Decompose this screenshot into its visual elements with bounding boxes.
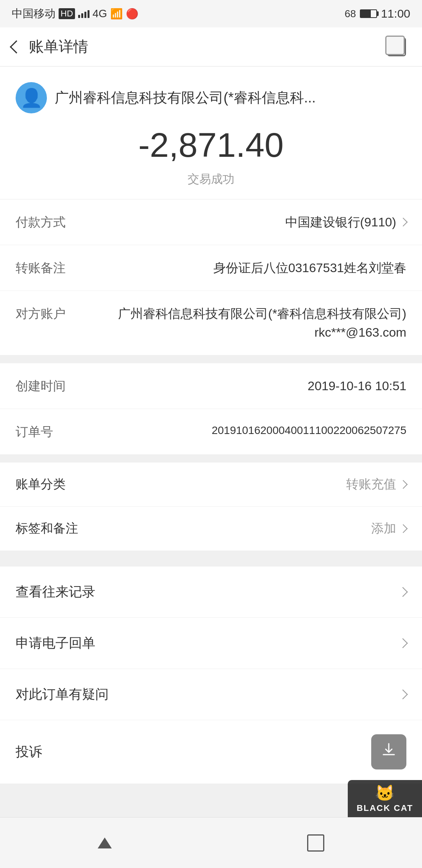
- hd-badge: HD: [59, 8, 75, 19]
- carrier-info: 中国移动 HD 4G 📶 🔴: [12, 6, 138, 21]
- back-nav-icon: [98, 838, 112, 848]
- payment-method-value[interactable]: 中国建设银行(9110): [94, 213, 406, 231]
- tags-row[interactable]: 标签和备注 添加: [0, 507, 422, 551]
- merchant-avatar: 👤: [16, 82, 47, 113]
- black-cat-watermark: 🐱 BLACK CAT: [348, 780, 422, 817]
- category-value: 转账充值: [346, 476, 406, 493]
- home-nav-button[interactable]: [307, 834, 324, 852]
- receipt-chevron-icon: [398, 638, 408, 648]
- time-section: 创建时间 2019-10-16 10:51 订单号 20191016200040…: [0, 363, 422, 455]
- classification-section: 账单分类 转账充值 标签和备注 添加: [0, 463, 422, 551]
- tags-label: 标签和备注: [16, 520, 371, 537]
- question-label: 对此订单有疑问: [16, 685, 399, 703]
- bar4: [88, 10, 89, 18]
- transfer-note-value: 身份证后八位03167531姓名刘堂春: [94, 258, 406, 277]
- transaction-status: 交易成功: [188, 171, 234, 187]
- create-time-label: 创建时间: [16, 377, 94, 395]
- question-chevron-icon: [398, 689, 408, 699]
- complaint-label: 投诉: [16, 743, 371, 761]
- bar3: [84, 12, 86, 18]
- window-icon: [387, 38, 406, 56]
- payment-method-row: 付款方式 中国建设银行(9110): [0, 199, 422, 245]
- payment-method-label: 付款方式: [16, 213, 94, 231]
- carrier-text: 中国移动: [12, 6, 55, 21]
- black-cat-text: BLACK CAT: [357, 803, 413, 813]
- section-divider-1: [0, 355, 422, 363]
- question-row[interactable]: 对此订单有疑问: [0, 669, 422, 720]
- action-section: 查看往来记录 申请电子回单 对此订单有疑问 投诉: [0, 567, 422, 784]
- battery-percent: 68: [345, 8, 356, 20]
- order-no-row: 订单号 20191016200040011100220062507275: [0, 409, 422, 455]
- status-bar: 中国移动 HD 4G 📶 🔴 68 11:00: [0, 0, 422, 27]
- counterparty-label: 对方账户: [16, 304, 94, 323]
- signal-icon: 📶: [110, 8, 123, 20]
- counterparty-row: 对方账户 广州睿科信息科技有限公司(*睿科信息科技有限公司) rkc***@16…: [0, 291, 422, 355]
- network-type: 4G: [93, 7, 107, 20]
- tags-chevron-icon: [399, 524, 408, 533]
- complaint-row: 投诉: [0, 720, 422, 784]
- download-icon: [380, 741, 397, 762]
- transfer-note-label: 转账备注: [16, 258, 94, 277]
- receipt-row[interactable]: 申请电子回单: [0, 618, 422, 669]
- payment-chevron-icon: [399, 218, 408, 227]
- history-chevron-icon: [398, 587, 408, 597]
- bar1: [78, 15, 80, 18]
- category-label: 账单分类: [16, 476, 346, 493]
- person-icon: 👤: [20, 87, 43, 108]
- signal-bars: [78, 9, 89, 18]
- window-switch-button[interactable]: [383, 33, 410, 61]
- download-button[interactable]: [371, 734, 406, 769]
- time-display: 11:00: [381, 7, 410, 20]
- section-divider-2: [0, 455, 422, 463]
- order-no-value: 20191016200040011100220062507275: [94, 422, 406, 439]
- back-button[interactable]: [12, 42, 29, 52]
- transfer-note-row: 转账备注 身份证后八位03167531姓名刘堂春: [0, 245, 422, 291]
- order-no-label: 订单号: [16, 422, 94, 441]
- receipt-label: 申请电子回单: [16, 634, 399, 652]
- bottom-nav: [0, 817, 422, 868]
- nav-bar: 账单详情: [0, 27, 422, 66]
- battery-fill: [361, 10, 371, 17]
- transaction-amount: -2,871.40: [138, 125, 284, 165]
- section-divider-3: [0, 551, 422, 559]
- notification-icon: 🔴: [126, 8, 138, 20]
- back-arrow-icon: [10, 40, 23, 54]
- battery-icon: [360, 9, 377, 18]
- tags-value: 添加: [371, 520, 406, 537]
- category-chevron-icon: [399, 480, 408, 489]
- counterparty-value: 广州睿科信息科技有限公司(*睿科信息科技有限公司) rkc***@163.com: [94, 304, 406, 342]
- back-nav-button[interactable]: [98, 838, 112, 848]
- category-row[interactable]: 账单分类 转账充值: [0, 463, 422, 507]
- create-time-row: 创建时间 2019-10-16 10:51: [0, 363, 422, 409]
- page-title: 账单详情: [29, 37, 88, 57]
- history-label: 查看往来记录: [16, 583, 399, 601]
- cat-logo-icon: 🐱: [375, 784, 395, 802]
- detail-section: 付款方式 中国建设银行(9110) 转账备注 身份证后八位03167531姓名刘…: [0, 199, 422, 355]
- status-right: 68 11:00: [345, 7, 410, 20]
- bar2: [81, 13, 83, 18]
- merchant-row: 👤 广州睿科信息科技有限公司(*睿科信息科...: [16, 82, 406, 113]
- create-time-value: 2019-10-16 10:51: [94, 377, 406, 395]
- merchant-name: 广州睿科信息科技有限公司(*睿科信息科...: [55, 88, 316, 108]
- history-row[interactable]: 查看往来记录: [0, 567, 422, 618]
- header-section: 👤 广州睿科信息科技有限公司(*睿科信息科... -2,871.40 交易成功: [0, 66, 422, 199]
- home-nav-icon: [307, 834, 324, 852]
